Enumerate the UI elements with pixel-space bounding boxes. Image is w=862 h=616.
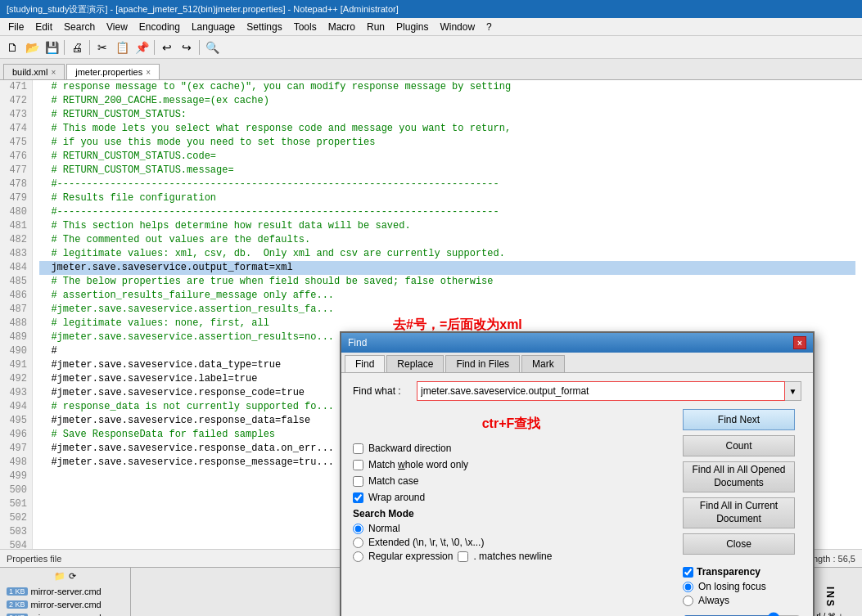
print-button[interactable]: 🖨	[68, 38, 86, 56]
menu-item-view[interactable]: View	[102, 20, 133, 34]
undo-button[interactable]: ↩	[158, 38, 176, 56]
close-button[interactable]: Close	[683, 533, 795, 555]
search-mode-section: Search Mode Normal Extended (\n, \r, \t,…	[353, 508, 670, 562]
find-all-current-button[interactable]: Find All in CurrentDocument	[683, 497, 795, 528]
transparency-section: Transparency On losing focus Always	[683, 566, 801, 616]
search-mode-normal: Normal	[353, 523, 670, 534]
menu-item-search[interactable]: Search	[59, 20, 100, 34]
search-mode-extended-radio[interactable]	[353, 537, 363, 548]
menu-item-run[interactable]: Run	[362, 20, 390, 34]
transparency-on-losing-focus: On losing focus	[683, 581, 801, 592]
file-item[interactable]: 2 KBmirror-server.cmd	[3, 598, 127, 611]
whole-word-checkbox[interactable]	[353, 460, 363, 470]
cut-button[interactable]: ✂	[93, 38, 111, 56]
redo-button[interactable]: ↪	[178, 38, 196, 56]
line-number: 496	[5, 428, 27, 442]
line-number: 498	[5, 456, 27, 470]
line-number: 484	[5, 261, 27, 275]
dialog-titlebar: Find ×	[341, 333, 813, 353]
find-button[interactable]: 🔍	[203, 38, 221, 56]
menu-item-macro[interactable]: Macro	[323, 20, 360, 34]
find-annotation: ctr+F查找	[353, 416, 670, 433]
find-dialog: Find × Find Replace Find in Files Mark F…	[340, 331, 815, 616]
titlebar-text: [studying_study设置演示] - [apache_jmeter_51…	[7, 3, 399, 16]
match-case-checkbox[interactable]	[353, 476, 363, 487]
line-number: 489	[5, 330, 27, 344]
transparency-checkbox[interactable]	[683, 567, 693, 578]
separator	[64, 40, 65, 55]
on-losing-focus-radio[interactable]	[683, 582, 693, 592]
menu-item-encoding[interactable]: Encoding	[134, 20, 185, 34]
menu-item-language[interactable]: Language	[187, 20, 240, 34]
code-line: # legitimate values: none, first, all	[39, 317, 855, 330]
count-button[interactable]: Count	[683, 435, 795, 456]
menu-item-edit[interactable]: Edit	[30, 20, 57, 34]
line-number: 500	[5, 483, 27, 497]
separator	[199, 40, 200, 55]
menu-item-window[interactable]: Window	[435, 20, 480, 34]
code-line: # assertion_results_failure_message only…	[39, 289, 855, 303]
line-number: 475	[5, 136, 27, 150]
menu-item-?[interactable]: ?	[481, 20, 497, 34]
tab-build-xml-close[interactable]: ×	[51, 68, 56, 77]
menubar: FileEditSearchViewEncodingLanguageSettin…	[0, 18, 862, 36]
line-number: 502	[5, 511, 27, 525]
transparency-slider[interactable]	[683, 612, 801, 616]
statusbar-file-type: Properties file	[7, 554, 61, 564]
keyboard-shortcuts: rl / ⌘ + rl / ⌘ +	[816, 612, 843, 617]
menu-item-tools[interactable]: Tools	[289, 20, 322, 34]
dialog-tabs: Find Replace Find in Files Mark	[341, 353, 813, 373]
find-all-opened-button[interactable]: Find All in All OpenedDocuments	[683, 461, 795, 492]
new-button[interactable]: 🗋	[3, 38, 21, 56]
match-case-row: Match case	[353, 475, 670, 487]
dialog-tab-find-in-files[interactable]: Find in Files	[445, 355, 520, 372]
search-mode-normal-radio[interactable]	[353, 524, 363, 534]
bottom-left-panel: 📁 ⟳ 1 KBmirror-server.cmd2 KBmirror-serv…	[0, 568, 131, 616]
search-mode-regex-label: Regular expression	[368, 551, 453, 562]
transparency-title: Transparency	[683, 566, 801, 578]
find-what-dropdown[interactable]: ▼	[785, 381, 801, 401]
find-what-input[interactable]	[417, 381, 785, 401]
dialog-tab-replace[interactable]: Replace	[386, 355, 444, 372]
line-number: 494	[5, 400, 27, 414]
dialog-options: ctr+F查找 Backward direction Match whole w…	[353, 409, 670, 616]
tab-jmeter-properties-close[interactable]: ×	[146, 68, 151, 77]
backward-direction-checkbox[interactable]	[353, 443, 363, 454]
line-number: 472	[5, 94, 27, 108]
search-mode-regex-radio[interactable]	[353, 551, 363, 562]
tabbar: build.xml × jmeter.properties ×	[0, 59, 862, 80]
line-number: 488	[5, 317, 27, 330]
line-number: 501	[5, 497, 27, 511]
dialog-tab-mark[interactable]: Mark	[521, 355, 565, 372]
menu-item-file[interactable]: File	[3, 20, 29, 34]
always-radio[interactable]	[683, 596, 693, 606]
whole-word-label: Match whole word only	[368, 459, 468, 470]
paste-button[interactable]: 📌	[133, 38, 151, 56]
open-button[interactable]: 📂	[23, 38, 41, 56]
wrap-around-checkbox[interactable]	[353, 492, 363, 503]
file-item[interactable]: 1 KBmirror-server.cmd	[3, 585, 127, 598]
line-number: 493	[5, 386, 27, 400]
tab-build-xml-label: build.xml	[12, 67, 47, 77]
save-button[interactable]: 💾	[43, 38, 61, 56]
find-what-row: Find what : ▼	[353, 381, 801, 401]
tab-build-xml[interactable]: build.xml ×	[3, 64, 65, 79]
dialog-tab-find[interactable]: Find	[345, 355, 385, 372]
dialog-close-button[interactable]: ×	[793, 336, 806, 349]
line-number: 504	[5, 539, 27, 549]
search-mode-normal-label: Normal	[368, 523, 400, 534]
line-number: 491	[5, 358, 27, 372]
menu-item-plugins[interactable]: Plugins	[391, 20, 433, 34]
matches-newline-checkbox[interactable]	[458, 551, 468, 562]
menu-item-settings[interactable]: Settings	[241, 20, 287, 34]
find-next-button[interactable]: Find Next	[683, 409, 795, 430]
toolbar: 🗋 📂 💾 🖨 ✂ 📋 📌 ↩ ↪ 🔍	[0, 36, 862, 59]
copy-button[interactable]: 📋	[113, 38, 131, 56]
match-case-label: Match case	[368, 475, 418, 487]
tab-jmeter-properties[interactable]: jmeter.properties ×	[66, 64, 160, 79]
titlebar: [studying_study设置演示] - [apache_jmeter_51…	[0, 0, 862, 18]
line-number: 499	[5, 470, 27, 483]
code-line: #---------------------------------------…	[39, 178, 855, 191]
code-line: # RETURN_CUSTOM_STATUS:	[39, 108, 855, 122]
file-item[interactable]: 2 KBmirror-server.cmd	[3, 611, 127, 616]
